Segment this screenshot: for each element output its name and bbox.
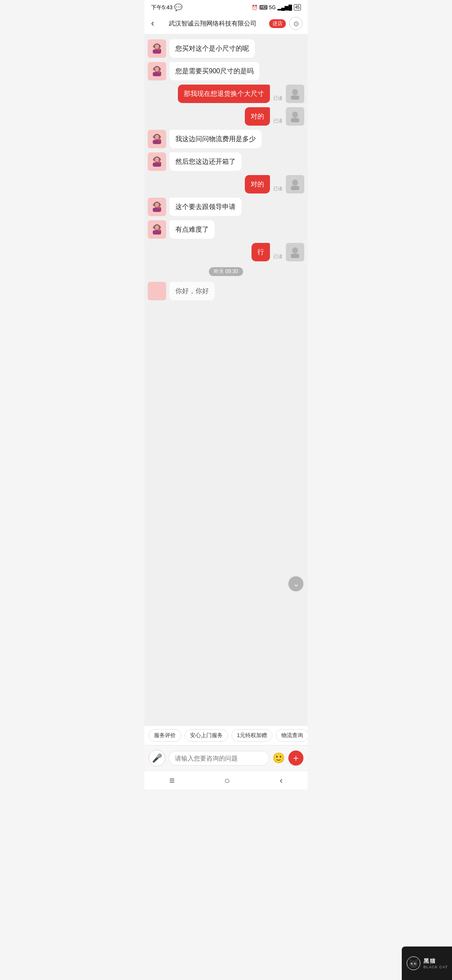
svg-point-14 bbox=[158, 70, 160, 73]
svg-point-13 bbox=[159, 68, 161, 70]
svg-rect-18 bbox=[291, 95, 299, 100]
customer-service-avatar bbox=[149, 154, 164, 169]
quick-action-privilege[interactable]: 1元特权加赠 bbox=[231, 729, 272, 742]
user-avatar bbox=[288, 245, 303, 260]
input-bar: 🎤 🙂 ＋ bbox=[144, 745, 308, 771]
message-row: 我这边问问物流费用是多少 bbox=[148, 130, 304, 148]
message-bubble: 有点难度了 bbox=[170, 220, 215, 239]
message-bubble-mine: 对的 bbox=[245, 175, 270, 193]
avatar bbox=[148, 130, 166, 148]
user-avatar bbox=[288, 109, 303, 124]
signal-label: 5G bbox=[269, 5, 276, 10]
bottom-navigation: ≡ ○ ‹ bbox=[144, 771, 308, 789]
svg-rect-52 bbox=[153, 230, 161, 235]
svg-point-5 bbox=[159, 45, 161, 48]
message-bubble: 我这边问问物流费用是多少 bbox=[170, 130, 262, 148]
svg-point-35 bbox=[159, 158, 161, 161]
wechat-icon: 💬 bbox=[174, 3, 182, 11]
nav-bar: ‹ 武汉智诚云翔网络科技有限公司 进店 ⊙ bbox=[144, 13, 308, 34]
svg-point-55 bbox=[158, 229, 160, 231]
avatar bbox=[148, 152, 166, 171]
message-row: 您买对这个是小尺寸的呢 bbox=[148, 39, 304, 58]
svg-point-28 bbox=[158, 138, 160, 141]
back-button[interactable]: ‹ bbox=[149, 16, 156, 31]
my-avatar bbox=[286, 85, 304, 103]
camera-icon: ⊙ bbox=[293, 20, 299, 28]
message-bubble-mine: 那我现在想退货换个大尺寸 bbox=[178, 85, 270, 103]
message-bubble: 您买对这个是小尺寸的呢 bbox=[170, 39, 255, 58]
customer-service-avatar bbox=[149, 41, 164, 56]
svg-point-53 bbox=[153, 226, 155, 229]
message-bubble: 您是需要买900尺寸的是吗 bbox=[170, 62, 259, 80]
nav-right-icon[interactable]: ⊙ bbox=[289, 17, 303, 30]
svg-point-34 bbox=[153, 158, 155, 161]
status-right: ⏰ HD 5G ▂▄▆█ 45 bbox=[252, 4, 301, 10]
avatar bbox=[148, 39, 166, 58]
avatar bbox=[148, 62, 166, 80]
chat-area: 您买对这个是小尺寸的呢 您是需要买900尺寸的是吗 bbox=[144, 34, 308, 725]
nav-title: 武汉智诚云翔网络科技有限公司 bbox=[159, 20, 266, 28]
my-avatar bbox=[286, 107, 304, 126]
message-row-mine: 已读 对的 bbox=[148, 107, 304, 126]
customer-service-avatar bbox=[149, 199, 164, 214]
emoji-button[interactable]: 🙂 bbox=[272, 752, 285, 764]
partial-message-row: 你好，你好 bbox=[148, 282, 304, 300]
message-bubble-mine: 对的 bbox=[245, 107, 270, 126]
svg-point-20 bbox=[292, 112, 298, 118]
message-row: 有点难度了 bbox=[148, 220, 304, 239]
read-label: 已读 bbox=[273, 118, 282, 124]
avatar bbox=[148, 220, 166, 239]
message-bubble: 然后您这边还开箱了 bbox=[170, 152, 241, 171]
svg-point-47 bbox=[158, 206, 160, 209]
quick-action-logistics[interactable]: 物流查询 bbox=[276, 729, 308, 742]
message-row: 这个要去跟领导申请 bbox=[148, 198, 304, 216]
svg-point-58 bbox=[292, 248, 298, 254]
svg-point-26 bbox=[153, 136, 155, 138]
svg-point-46 bbox=[159, 204, 161, 206]
my-avatar bbox=[286, 243, 304, 261]
time-label: 下午5:43 bbox=[151, 4, 172, 11]
battery-indicator: 45 bbox=[294, 4, 301, 10]
message-bubble-partial: 你好，你好 bbox=[170, 282, 215, 300]
message-bubble: 这个要去跟领导申请 bbox=[170, 198, 241, 216]
chat-input[interactable] bbox=[169, 751, 269, 766]
time-separator: 昨天 09:30 bbox=[209, 267, 243, 276]
add-button[interactable]: ＋ bbox=[288, 750, 303, 766]
mic-button[interactable]: 🎤 bbox=[149, 750, 165, 766]
quick-actions-bar: 服务评价 安心上门服务 1元特权加赠 物流查询 bbox=[144, 725, 308, 745]
svg-rect-21 bbox=[291, 118, 299, 122]
quick-action-home-service[interactable]: 安心上门服务 bbox=[185, 729, 228, 742]
svg-rect-25 bbox=[153, 140, 161, 144]
message-row-mine: 已读 行 bbox=[148, 243, 304, 261]
svg-point-6 bbox=[158, 48, 160, 50]
svg-rect-11 bbox=[153, 72, 161, 76]
svg-rect-33 bbox=[153, 162, 161, 167]
customer-service-avatar bbox=[149, 64, 164, 79]
scroll-down-button[interactable]: ⌄ bbox=[288, 576, 303, 591]
menu-button[interactable]: ≡ bbox=[169, 775, 175, 786]
svg-point-45 bbox=[153, 204, 155, 206]
message-row: 您是需要买900尺寸的是吗 bbox=[148, 62, 304, 80]
svg-point-4 bbox=[153, 45, 155, 48]
customer-service-avatar bbox=[149, 222, 164, 237]
status-bar: 下午5:43 💬 ⏰ HD 5G ▂▄▆█ 45 bbox=[144, 0, 308, 13]
svg-rect-3 bbox=[153, 49, 161, 54]
mic-icon: 🎤 bbox=[152, 753, 162, 763]
read-label: 已读 bbox=[273, 95, 282, 101]
svg-rect-40 bbox=[291, 186, 299, 190]
svg-point-12 bbox=[153, 68, 155, 70]
read-label: 已读 bbox=[273, 186, 282, 192]
quick-action-service-rating[interactable]: 服务评价 bbox=[149, 729, 181, 742]
my-avatar bbox=[286, 175, 304, 193]
back-button-nav[interactable]: ‹ bbox=[280, 775, 282, 786]
status-left: 下午5:43 💬 bbox=[151, 3, 182, 11]
customer-service-avatar bbox=[149, 132, 164, 147]
chevron-down-icon: ⌄ bbox=[293, 579, 299, 588]
enter-store-button[interactable]: 进店 bbox=[269, 19, 286, 28]
svg-point-39 bbox=[292, 180, 298, 186]
message-bubble-mine: 行 bbox=[252, 243, 270, 261]
message-row-mine: 已读 对的 bbox=[148, 175, 304, 193]
svg-point-36 bbox=[158, 161, 160, 163]
home-button[interactable]: ○ bbox=[224, 775, 230, 786]
alarm-icon: ⏰ bbox=[252, 5, 258, 10]
